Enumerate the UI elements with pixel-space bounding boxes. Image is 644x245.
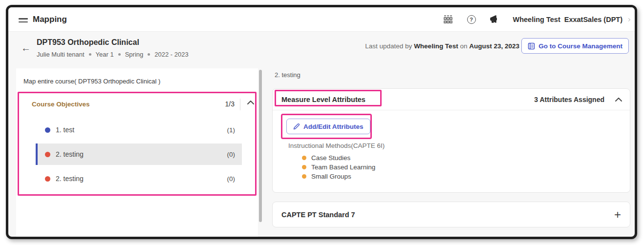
- page-title: Mapping: [33, 7, 67, 32]
- bullet-dot: [302, 174, 306, 179]
- course-meta-program: Julie Multi tenant: [37, 51, 85, 58]
- user-name: Wheeling Test: [513, 16, 560, 23]
- objective-row-2-testing-selected[interactable]: 2. testing (0): [36, 143, 242, 165]
- attribute-item: Case Studies: [302, 154, 350, 162]
- separator-dot: [89, 53, 91, 56]
- course-objectives-count: 1/3: [225, 100, 235, 108]
- measure-card-title: Measure Level Attributes: [281, 96, 365, 103]
- course-management-book-icon: [528, 42, 535, 50]
- panel-scrollbar[interactable]: [259, 70, 262, 222]
- capte-card-title: CAPTE PT Standard 7: [281, 211, 355, 219]
- chevron-up-icon[interactable]: [615, 98, 622, 102]
- apps-grid-icon[interactable]: [443, 14, 453, 25]
- profile-caret-icon: [627, 18, 630, 21]
- objective-row-3-testing[interactable]: 2. testing (0): [36, 168, 242, 189]
- course-objectives-title: Course Objectives: [32, 101, 90, 108]
- selected-indicator-bar: [36, 143, 38, 165]
- bullet-dot: [302, 156, 306, 160]
- course-objectives-header[interactable]: Course Objectives 1/3: [16, 93, 258, 117]
- back-arrow-icon[interactable]: ←: [21, 43, 31, 53]
- mapping-count: (1): [227, 126, 236, 134]
- last-updated-date: August 23, 2023: [469, 42, 519, 50]
- last-updated-text: Last updated by Wheeling Test on August …: [365, 42, 519, 50]
- mapping-count: (0): [227, 175, 236, 183]
- course-meta-term: Spring: [125, 51, 144, 58]
- measure-card-header[interactable]: Measure Level Attributes 3 Attributes As…: [273, 89, 630, 110]
- add-edit-attributes-button[interactable]: Add/Edit Attributes: [286, 119, 370, 134]
- help-icon[interactable]: ?: [466, 14, 477, 25]
- chevron-up-icon[interactable]: [247, 101, 254, 104]
- user-menu[interactable]: Wheeling Test ExxatSales (DPT): [513, 16, 630, 23]
- announcement-megaphone-icon[interactable]: [490, 14, 500, 25]
- divider: [240, 99, 240, 110]
- top-header: Mapping ? Wheeling Test ExxatS: [8, 7, 635, 32]
- last-updated-user: Wheeling Test: [414, 42, 458, 50]
- course-title: DPT953 Orthopedic Clinical: [37, 38, 139, 47]
- attributes-assigned-count: 3 Attributes Assigned: [534, 96, 604, 103]
- course-meta-academic-year: 2022 - 2023: [154, 51, 188, 58]
- objective-dot: [45, 176, 50, 182]
- attribute-item: Team Based Learning: [302, 163, 375, 171]
- objective-row-1-test[interactable]: 1. test (1): [36, 119, 242, 141]
- org-name: ExxatSales (DPT): [564, 16, 623, 23]
- separator-dot: [148, 53, 150, 56]
- objective-dot: [45, 127, 50, 133]
- header-actions: ? Wheeling Test ExxatSales (DPT): [443, 7, 630, 32]
- bullet-dot: [302, 165, 306, 169]
- measure-level-attributes-card: Measure Level Attributes 3 Attributes As…: [272, 88, 630, 193]
- attribute-item: Small Groups: [302, 173, 351, 180]
- map-entire-course-link[interactable]: Map entire course( DPT953 Orthopedic Cli…: [16, 68, 258, 85]
- pencil-icon: [293, 123, 300, 130]
- go-to-course-management-button[interactable]: Go to Course Management: [521, 38, 629, 54]
- app-window: Mapping ? Wheeling Test ExxatS: [6, 5, 637, 239]
- separator-dot: [118, 53, 121, 56]
- course-objectives-panel: Map entire course( DPT953 Orthopedic Cli…: [16, 68, 258, 237]
- course-meta: Julie Multi tenant Year 1 Spring 2022 - …: [37, 51, 189, 58]
- menu-icon[interactable]: [19, 18, 28, 24]
- attribute-group-title: Instructional Methods(CAPTE 6I): [288, 142, 385, 149]
- plus-expand-icon[interactable]: +: [614, 210, 621, 220]
- course-meta-year: Year 1: [96, 51, 114, 58]
- mapping-count: (0): [227, 151, 236, 158]
- objective-dot: [45, 152, 50, 157]
- selected-objective-label: 2. testing: [275, 71, 301, 79]
- capte-standard-card[interactable]: CAPTE PT Standard 7 +: [272, 202, 630, 227]
